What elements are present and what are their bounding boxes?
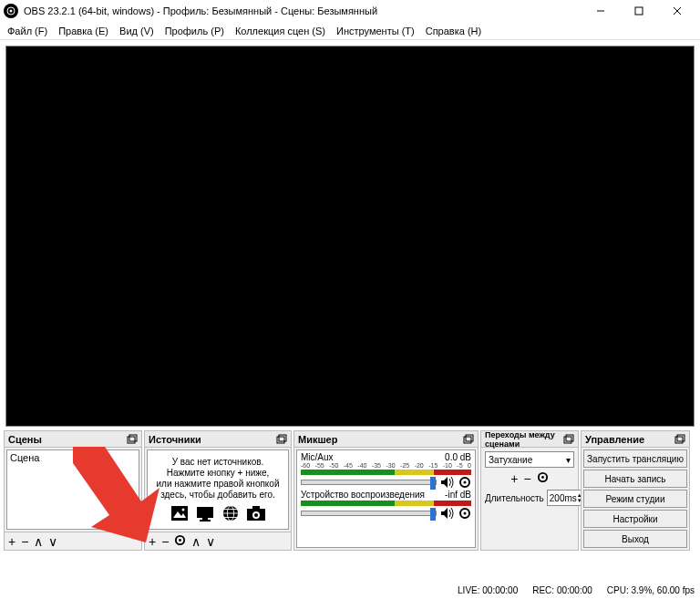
remove-source-button[interactable]: − [161, 535, 169, 548]
scenes-title: Сцены [8, 434, 127, 445]
sources-empty-l4: здесь, чтобы добавить его. [160, 490, 275, 501]
svg-rect-40 [677, 435, 685, 441]
popout-icon[interactable] [127, 434, 138, 445]
mixer-channel-desktop: Устройство воспроизведения -inf dB [299, 490, 473, 520]
source-down-button[interactable]: ∨ [206, 535, 215, 548]
menu-tools[interactable]: Инструменты (T) [336, 26, 415, 36]
mixer-ch-name: Устройство воспроизведения [301, 490, 425, 500]
sources-title: Источники [149, 434, 276, 445]
add-source-button[interactable]: + [149, 535, 156, 548]
speaker-icon[interactable] [440, 476, 455, 489]
minimize-button[interactable] [582, 0, 620, 22]
titlebar: OBS 23.2.1 (64-bit, windows) - Профиль: … [0, 0, 700, 22]
menu-view[interactable]: Вид (V) [119, 26, 154, 36]
scene-list[interactable]: Сцена [6, 449, 139, 530]
sources-panel: Источники У вас нет источников. Нажмите … [144, 430, 292, 551]
svg-rect-13 [197, 507, 213, 518]
start-streaming-button[interactable]: Запустить трансляцию [583, 449, 687, 468]
svg-rect-8 [277, 437, 284, 443]
audio-meter [301, 470, 471, 475]
transition-select[interactable]: Затухание ▾ [485, 451, 574, 468]
close-button[interactable] [658, 0, 696, 22]
sources-empty-l3: или нажмите правой кнопкой [157, 479, 280, 490]
popout-icon[interactable] [276, 434, 287, 445]
menu-file[interactable]: Файл (F) [7, 26, 47, 36]
statusbar: LIVE: 00:00:00 REC: 00:00:00 CPU: 3.9%, … [458, 582, 695, 598]
svg-point-34 [464, 512, 467, 515]
svg-rect-27 [464, 437, 471, 443]
source-settings-button[interactable] [174, 534, 186, 548]
mixer-ch-name: Mic/Aux [301, 452, 334, 462]
svg-rect-36 [566, 435, 573, 441]
exit-button[interactable]: Выход [583, 530, 687, 548]
volume-slider[interactable] [301, 480, 437, 485]
obs-app-icon [4, 4, 18, 18]
duration-input[interactable]: 200ms ▲▼ [547, 490, 585, 506]
source-up-button[interactable]: ∧ [191, 535, 201, 548]
start-recording-button[interactable]: Начать запись [583, 470, 687, 488]
gear-icon[interactable] [458, 476, 471, 489]
preview-canvas[interactable] [5, 46, 695, 427]
svg-marker-29 [441, 477, 448, 488]
browser-source-icon [221, 504, 241, 522]
svg-rect-9 [279, 435, 286, 441]
scene-down-button[interactable]: ∨ [48, 535, 57, 548]
image-source-icon [170, 504, 190, 522]
status-cpu: CPU: 3.9%, 60.00 fps [607, 585, 695, 595]
mixer-panel: Микшер Mic/Aux 0.0 dB -60-55-50-45-40-35… [293, 430, 479, 551]
sources-empty[interactable]: У вас нет источников. Нажмите кнопку + н… [147, 449, 289, 530]
scenes-panel: Сцены Сцена + − ∧ ∨ [4, 430, 142, 551]
remove-transition-button[interactable]: − [524, 471, 531, 486]
mixer-channel-mic: Mic/Aux 0.0 dB -60-55-50-45-40-35-30-25-… [299, 452, 473, 489]
popout-icon[interactable] [674, 434, 685, 445]
popout-icon[interactable] [563, 434, 574, 445]
chevron-down-icon: ▾ [566, 455, 571, 465]
svg-rect-14 [202, 518, 208, 520]
transition-settings-button[interactable] [537, 471, 549, 486]
gear-icon[interactable] [458, 507, 471, 520]
svg-rect-39 [675, 437, 683, 443]
display-source-icon [195, 504, 215, 522]
mixer-scale: -60-55-50-45-40-35-30-25-20-15-10-50 [299, 462, 473, 469]
transitions-panel: Переходы между сценами Затухание ▾ + − Д… [480, 430, 579, 551]
scene-item[interactable]: Сцена [10, 452, 136, 463]
controls-title: Управление [585, 434, 674, 445]
duration-label: Длительность [485, 493, 544, 503]
controls-panel: Управление Запустить трансляцию Начать з… [581, 430, 690, 551]
svg-rect-15 [200, 520, 211, 522]
svg-point-31 [464, 481, 467, 484]
menu-profile[interactable]: Профиль (P) [165, 26, 224, 36]
mixer-ch-db: 0.0 dB [445, 452, 471, 462]
window-title: OBS 23.2.1 (64-bit, windows) - Профиль: … [24, 5, 582, 16]
svg-rect-28 [466, 435, 473, 441]
svg-rect-10 [171, 506, 188, 521]
add-transition-button[interactable]: + [510, 471, 518, 486]
svg-point-38 [541, 476, 544, 479]
speaker-icon[interactable] [440, 507, 455, 520]
svg-rect-22 [252, 506, 260, 510]
settings-button[interactable]: Настройки [583, 510, 687, 528]
transitions-title: Переходы между сценами [485, 430, 563, 449]
svg-point-12 [182, 509, 185, 511]
svg-point-1 [10, 10, 13, 13]
svg-marker-32 [441, 508, 448, 519]
mixer-ch-db: -inf dB [445, 490, 471, 500]
volume-slider[interactable] [301, 511, 437, 516]
maximize-button[interactable] [620, 0, 658, 22]
studio-mode-button[interactable]: Режим студии [583, 490, 687, 508]
sources-empty-l2: Нажмите кнопку + ниже, [167, 468, 270, 479]
add-scene-button[interactable]: + [8, 535, 15, 548]
menu-edit[interactable]: Правка (E) [58, 26, 108, 36]
svg-rect-7 [129, 435, 137, 441]
remove-scene-button[interactable]: − [21, 535, 28, 548]
menu-help[interactable]: Справка (H) [426, 26, 481, 36]
scene-up-button[interactable]: ∧ [34, 535, 43, 548]
popout-icon[interactable] [463, 434, 474, 445]
status-rec: REC: 00:00:00 [532, 585, 592, 595]
svg-point-24 [254, 513, 258, 517]
menu-scene-collection[interactable]: Коллекция сцен (S) [235, 26, 325, 36]
svg-rect-3 [635, 7, 643, 15]
svg-rect-6 [128, 437, 135, 443]
svg-point-26 [179, 539, 181, 542]
svg-rect-35 [564, 437, 571, 443]
